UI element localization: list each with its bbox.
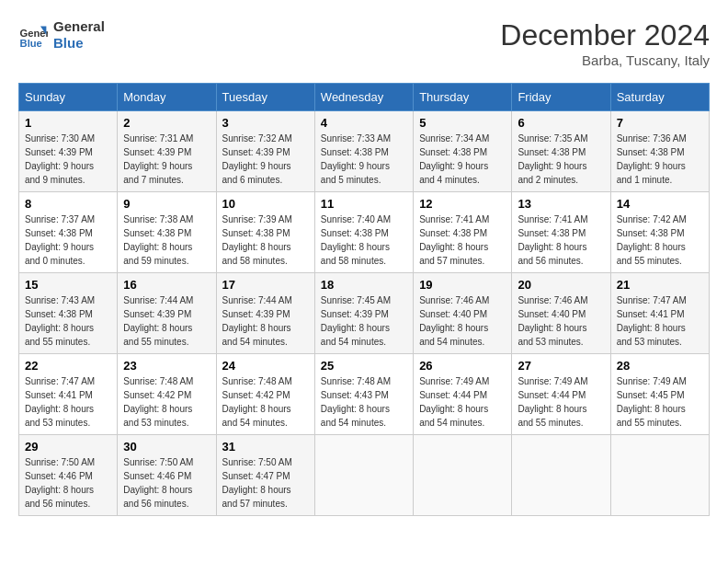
day-number: 6	[518, 116, 604, 130]
month-title: December 2024	[500, 18, 710, 52]
table-row: 5 Sunrise: 7:34 AMSunset: 4:38 PMDayligh…	[414, 111, 512, 192]
day-number: 12	[419, 197, 506, 211]
day-number: 30	[123, 440, 210, 454]
svg-text:Blue: Blue	[20, 38, 42, 49]
day-info: Sunrise: 7:41 AMSunset: 4:38 PMDaylight:…	[518, 214, 587, 266]
day-info: Sunrise: 7:47 AMSunset: 4:41 PMDaylight:…	[25, 376, 95, 428]
day-info: Sunrise: 7:30 AMSunset: 4:39 PMDaylight:…	[25, 133, 95, 185]
day-info: Sunrise: 7:36 AMSunset: 4:38 PMDaylight:…	[617, 133, 687, 185]
table-row: 9 Sunrise: 7:38 AMSunset: 4:38 PMDayligh…	[118, 192, 216, 273]
col-thursday: Thursday	[414, 84, 512, 111]
day-number: 25	[321, 359, 407, 373]
page-header: General Blue General Blue December 2024 …	[18, 18, 710, 68]
table-row: 6 Sunrise: 7:35 AMSunset: 4:38 PMDayligh…	[512, 111, 610, 192]
table-row: 19 Sunrise: 7:46 AMSunset: 4:40 PMDaylig…	[414, 273, 512, 354]
table-row: 27 Sunrise: 7:49 AMSunset: 4:44 PMDaylig…	[512, 354, 610, 435]
day-number: 1	[25, 116, 111, 130]
day-number: 20	[518, 278, 604, 292]
table-row: 1 Sunrise: 7:30 AMSunset: 4:39 PMDayligh…	[19, 111, 118, 192]
day-number: 24	[222, 359, 309, 373]
day-info: Sunrise: 7:45 AMSunset: 4:39 PMDaylight:…	[321, 295, 391, 347]
day-number: 13	[518, 197, 604, 211]
calendar-table: Sunday Monday Tuesday Wednesday Thursday…	[18, 83, 710, 516]
table-row: 3 Sunrise: 7:32 AMSunset: 4:39 PMDayligh…	[216, 111, 314, 192]
table-row: 11 Sunrise: 7:40 AMSunset: 4:38 PMDaylig…	[314, 192, 413, 273]
day-info: Sunrise: 7:43 AMSunset: 4:38 PMDaylight:…	[25, 295, 95, 347]
day-number: 28	[617, 359, 703, 373]
day-info: Sunrise: 7:32 AMSunset: 4:39 PMDaylight:…	[222, 133, 292, 185]
table-row: 4 Sunrise: 7:33 AMSunset: 4:38 PMDayligh…	[314, 111, 413, 192]
table-row: 29 Sunrise: 7:50 AMSunset: 4:46 PMDaylig…	[19, 435, 118, 516]
table-row: 2 Sunrise: 7:31 AMSunset: 4:39 PMDayligh…	[118, 111, 216, 192]
col-wednesday: Wednesday	[314, 84, 413, 111]
table-row: 8 Sunrise: 7:37 AMSunset: 4:38 PMDayligh…	[19, 192, 118, 273]
day-info: Sunrise: 7:41 AMSunset: 4:38 PMDaylight:…	[419, 214, 489, 266]
day-info: Sunrise: 7:35 AMSunset: 4:38 PMDaylight:…	[518, 133, 587, 185]
day-number: 29	[25, 440, 111, 454]
day-info: Sunrise: 7:49 AMSunset: 4:44 PMDaylight:…	[419, 376, 489, 428]
table-row: 30 Sunrise: 7:50 AMSunset: 4:46 PMDaylig…	[118, 435, 216, 516]
calendar-row: 15 Sunrise: 7:43 AMSunset: 4:38 PMDaylig…	[19, 273, 710, 354]
day-number: 31	[222, 440, 309, 454]
day-number: 3	[222, 116, 309, 130]
day-number: 9	[123, 197, 210, 211]
day-info: Sunrise: 7:47 AMSunset: 4:41 PMDaylight:…	[617, 295, 687, 347]
day-info: Sunrise: 7:48 AMSunset: 4:43 PMDaylight:…	[321, 376, 391, 428]
day-info: Sunrise: 7:37 AMSunset: 4:38 PMDaylight:…	[25, 214, 95, 266]
day-info: Sunrise: 7:50 AMSunset: 4:47 PMDaylight:…	[222, 457, 292, 509]
table-row: 28 Sunrise: 7:49 AMSunset: 4:45 PMDaylig…	[610, 354, 709, 435]
day-number: 8	[25, 197, 111, 211]
table-row: 21 Sunrise: 7:47 AMSunset: 4:41 PMDaylig…	[610, 273, 709, 354]
day-info: Sunrise: 7:48 AMSunset: 4:42 PMDaylight:…	[123, 376, 193, 428]
col-sunday: Sunday	[19, 84, 118, 111]
table-row: 24 Sunrise: 7:48 AMSunset: 4:42 PMDaylig…	[216, 354, 314, 435]
title-block: December 2024 Barba, Tuscany, Italy	[500, 18, 710, 68]
day-number: 16	[123, 278, 210, 292]
calendar-row: 8 Sunrise: 7:37 AMSunset: 4:38 PMDayligh…	[19, 192, 710, 273]
logo: General Blue General Blue	[18, 18, 105, 52]
table-row: 22 Sunrise: 7:47 AMSunset: 4:41 PMDaylig…	[19, 354, 118, 435]
table-row: 31 Sunrise: 7:50 AMSunset: 4:47 PMDaylig…	[216, 435, 314, 516]
table-row: 15 Sunrise: 7:43 AMSunset: 4:38 PMDaylig…	[19, 273, 118, 354]
day-number: 15	[25, 278, 111, 292]
location: Barba, Tuscany, Italy	[500, 52, 710, 68]
table-row: 23 Sunrise: 7:48 AMSunset: 4:42 PMDaylig…	[118, 354, 216, 435]
day-number: 27	[518, 359, 604, 373]
day-info: Sunrise: 7:42 AMSunset: 4:38 PMDaylight:…	[617, 214, 687, 266]
table-row: 18 Sunrise: 7:45 AMSunset: 4:39 PMDaylig…	[314, 273, 413, 354]
day-info: Sunrise: 7:39 AMSunset: 4:38 PMDaylight:…	[222, 214, 292, 266]
table-row: 16 Sunrise: 7:44 AMSunset: 4:39 PMDaylig…	[118, 273, 216, 354]
day-info: Sunrise: 7:49 AMSunset: 4:45 PMDaylight:…	[617, 376, 687, 428]
table-row: 17 Sunrise: 7:44 AMSunset: 4:39 PMDaylig…	[216, 273, 314, 354]
day-info: Sunrise: 7:44 AMSunset: 4:39 PMDaylight:…	[123, 295, 193, 347]
day-info: Sunrise: 7:33 AMSunset: 4:38 PMDaylight:…	[321, 133, 391, 185]
day-info: Sunrise: 7:46 AMSunset: 4:40 PMDaylight:…	[419, 295, 489, 347]
day-number: 10	[222, 197, 309, 211]
col-monday: Monday	[118, 84, 216, 111]
day-info: Sunrise: 7:38 AMSunset: 4:38 PMDaylight:…	[123, 214, 193, 266]
table-row: 14 Sunrise: 7:42 AMSunset: 4:38 PMDaylig…	[610, 192, 709, 273]
day-info: Sunrise: 7:40 AMSunset: 4:38 PMDaylight:…	[321, 214, 391, 266]
empty-cell	[512, 435, 610, 516]
day-number: 18	[321, 278, 407, 292]
table-row: 7 Sunrise: 7:36 AMSunset: 4:38 PMDayligh…	[610, 111, 709, 192]
day-info: Sunrise: 7:46 AMSunset: 4:40 PMDaylight:…	[518, 295, 587, 347]
day-number: 17	[222, 278, 309, 292]
table-row: 12 Sunrise: 7:41 AMSunset: 4:38 PMDaylig…	[414, 192, 512, 273]
logo-line1: General	[53, 18, 105, 35]
day-number: 26	[419, 359, 506, 373]
logo-line2: Blue	[53, 35, 105, 52]
day-number: 4	[321, 116, 407, 130]
day-number: 21	[617, 278, 703, 292]
day-info: Sunrise: 7:50 AMSunset: 4:46 PMDaylight:…	[25, 457, 95, 509]
logo-icon: General Blue	[18, 20, 48, 50]
empty-cell	[610, 435, 709, 516]
col-saturday: Saturday	[610, 84, 709, 111]
table-row: 25 Sunrise: 7:48 AMSunset: 4:43 PMDaylig…	[314, 354, 413, 435]
header-row: Sunday Monday Tuesday Wednesday Thursday…	[19, 84, 710, 111]
day-number: 19	[419, 278, 506, 292]
day-number: 5	[419, 116, 506, 130]
col-friday: Friday	[512, 84, 610, 111]
calendar-row: 29 Sunrise: 7:50 AMSunset: 4:46 PMDaylig…	[19, 435, 710, 516]
empty-cell	[314, 435, 413, 516]
